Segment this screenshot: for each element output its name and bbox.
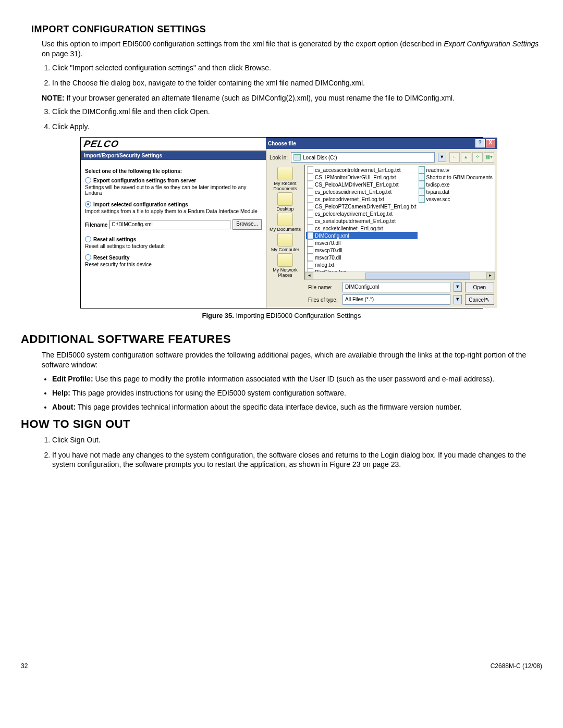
- file-item[interactable]: cs_pelcorelaydrivernet_ErrLog.txt: [306, 210, 418, 217]
- newfolder-icon[interactable]: ✧: [472, 152, 483, 163]
- features-bullets: Edit Profile: Use this page to modify th…: [52, 374, 542, 412]
- browse-button[interactable]: Browse...: [232, 219, 262, 230]
- bullet-about: About: This page provides technical info…: [52, 402, 542, 412]
- lookin-label: Look in:: [270, 155, 288, 161]
- place-recent[interactable]: My Recent Documents: [266, 167, 304, 191]
- file-name: tvpara.dat: [426, 189, 449, 195]
- file-icon: [307, 239, 313, 246]
- section-band: Import/Export/Security Settings: [81, 151, 266, 160]
- file-icon: [419, 195, 425, 203]
- file-name: readme.tv: [426, 167, 449, 173]
- file-icon: [307, 217, 313, 225]
- file-item[interactable]: CS_PelcoPTZCameraDriverNET_ErrLog.txt: [306, 203, 418, 210]
- file-name: cs_socketclientnet_ErrLog.txt: [315, 226, 383, 231]
- page-footer: 32 C2688M-C (12/08): [21, 662, 542, 670]
- place-mydocs[interactable]: My Documents: [270, 213, 301, 232]
- file-name: vssver.scc: [426, 196, 450, 202]
- file-name: tvdisp.exe: [426, 182, 450, 188]
- page-number: 32: [21, 662, 28, 670]
- chevron-down-icon[interactable]: ▼: [438, 153, 446, 162]
- file-item[interactable]: msvcp70.dll: [306, 246, 418, 254]
- file-item[interactable]: nvlog.txt: [306, 261, 418, 268]
- folder-icon: [277, 233, 293, 246]
- file-icon: [307, 188, 313, 195]
- file-item[interactable]: CS_PelcoALMDriverNET_ErrLog.txt: [306, 181, 418, 188]
- bullet-text: This page provides technical information…: [76, 403, 462, 411]
- opt-reset-sec-label: Reset Security: [93, 255, 129, 261]
- file-item[interactable]: CS_IPMonitorDriverGUI_ErrLog.txt: [306, 174, 418, 181]
- signout-steps: Click Sign Out. If you have not made any…: [52, 435, 542, 470]
- file-list[interactable]: cs_accesscontroldrivernet_ErrLog.txtCS_I…: [304, 165, 495, 280]
- signout-heading: How To Sign Out: [21, 417, 542, 431]
- file-item[interactable]: cs_socketclientnet_ErrLog.txt: [306, 225, 418, 232]
- cursor-icon: ↖: [485, 296, 490, 303]
- file-name: msvci70.dll: [315, 240, 340, 246]
- filename-field[interactable]: DIMConfig.xml: [342, 282, 450, 292]
- file-item[interactable]: cs_pelcopdrivernet_ErrLog.txt: [306, 195, 418, 203]
- bullet-text: Use this page to modify the profile info…: [93, 375, 495, 383]
- note-text: If your browser generated an alternate f…: [66, 94, 455, 102]
- up-icon[interactable]: ▴: [461, 152, 471, 163]
- file-name: msvcr70.dll: [315, 255, 341, 261]
- file-name: DIMConfig.xml: [315, 233, 349, 239]
- filename-input[interactable]: C:\DIMConfig.xml: [109, 220, 230, 229]
- chevron-down-icon[interactable]: ▼: [454, 295, 462, 304]
- back-icon[interactable]: ←: [449, 152, 460, 163]
- cancel-button[interactable]: Cancel↖: [465, 294, 494, 305]
- place-label: My Network Places: [266, 267, 304, 278]
- chevron-down-icon[interactable]: ▼: [454, 282, 462, 292]
- step-1: Click "Import selected configuration set…: [52, 63, 542, 73]
- radio-icon[interactable]: [85, 201, 91, 207]
- file-item[interactable]: Shortcut to GBM Documents: [418, 174, 494, 181]
- file-name: CS_IPMonitorDriverGUI_ErrLog.txt: [315, 175, 396, 180]
- radio-icon[interactable]: [85, 177, 91, 183]
- h-scrollbar[interactable]: ◂ ▸: [305, 272, 495, 279]
- place-desktop[interactable]: Desktop: [276, 192, 293, 212]
- help-button[interactable]: ?: [475, 139, 485, 147]
- file-icon: [419, 174, 425, 181]
- filetype-field[interactable]: All Files (*.*): [342, 294, 450, 305]
- bullet-edit: Edit Profile: Use this page to modify th…: [52, 374, 542, 384]
- import-heading: Import Configuration Settings: [31, 24, 542, 35]
- choose-file-dialog: Choose file ? X Look in: Local Disk (C:)…: [266, 138, 497, 308]
- opt-reset-sec[interactable]: Reset Security: [85, 254, 262, 261]
- file-item[interactable]: msvci70.dll: [306, 239, 418, 246]
- opt-import[interactable]: Import selected configuration settings: [85, 201, 262, 207]
- opt-export-label: Export configuration settings from serve…: [93, 178, 196, 183]
- open-button[interactable]: Open: [465, 282, 494, 292]
- file-item[interactable]: tvdisp.exe: [418, 181, 494, 188]
- file-icon: [307, 203, 313, 210]
- radio-icon[interactable]: [85, 254, 91, 261]
- filename-value: DIMConfig.xml: [345, 282, 380, 292]
- place-netplaces[interactable]: My Network Places: [266, 253, 304, 278]
- file-item[interactable]: msvcr70.dll: [306, 254, 418, 261]
- bullet-label: About:: [52, 403, 76, 411]
- file-item[interactable]: cs_pelcoasciidrivernet_ErrLog.txt: [306, 188, 418, 195]
- lookin-select[interactable]: Local Disk (C:): [291, 152, 435, 163]
- opt-reset-all[interactable]: Reset all settings: [85, 236, 262, 242]
- note-label: NOTE:: [42, 94, 65, 102]
- file-item[interactable]: tvpara.dat: [418, 188, 494, 195]
- opt-export[interactable]: Export configuration settings from serve…: [85, 177, 262, 183]
- close-button[interactable]: X: [486, 139, 495, 147]
- intro-italic: Export Configuration Settings: [444, 40, 538, 48]
- radio-icon[interactable]: [85, 236, 91, 242]
- file-item[interactable]: cs_accesscontroldrivernet_ErrLog.txt: [306, 166, 418, 174]
- file-item[interactable]: readme.tv: [418, 166, 494, 174]
- signout-step-2: If you have not made any changes to the …: [52, 450, 542, 470]
- folder-icon: [277, 167, 293, 180]
- steps-a: Click "Import selected configuration set…: [52, 63, 542, 88]
- place-mycomp[interactable]: My Computer: [271, 233, 299, 252]
- scroll-right-icon[interactable]: ▸: [486, 272, 495, 279]
- opt-import-label: Import selected configuration settings: [93, 202, 188, 207]
- file-item[interactable]: cs_serialoutputdrivernet_ErrLog.txt: [306, 217, 418, 225]
- file-icon: [307, 261, 313, 268]
- step-4: Click Apply.: [52, 122, 542, 132]
- file-item[interactable]: vssver.scc: [418, 195, 494, 203]
- views-icon[interactable]: ▦▾: [484, 152, 494, 163]
- disk-icon: [293, 154, 301, 161]
- signout-step-1: Click Sign Out.: [52, 435, 542, 445]
- scroll-left-icon[interactable]: ◂: [305, 272, 313, 279]
- file-item[interactable]: DIMConfig.xml: [306, 232, 418, 239]
- scroll-thumb[interactable]: [365, 273, 470, 280]
